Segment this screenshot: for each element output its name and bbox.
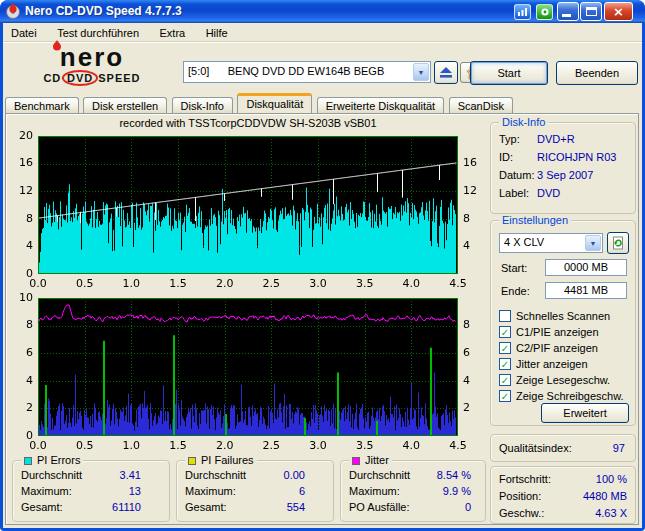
maximize-icon xyxy=(586,7,597,16)
menu-hilfe[interactable]: Hilfe xyxy=(198,24,236,41)
stat-label: Gesamt: xyxy=(21,501,63,513)
disk-info-label: Label: xyxy=(499,187,529,199)
tab-scandisk[interactable]: ScanDisk xyxy=(449,97,513,113)
pif-jitter-chart-canvas xyxy=(14,292,480,452)
checkbox-row-c2-pif[interactable]: ✓C2/PIF anzeigen xyxy=(499,338,598,352)
checkbox-label: Zeige Schreibgeschw. xyxy=(516,390,624,402)
stat-label: Maximum: xyxy=(349,485,400,497)
pi-failures-caption-text: PI Failures xyxy=(201,454,254,466)
tab-diskqualitaet[interactable]: Diskqualität xyxy=(237,93,312,113)
logo-subtitle: CD·DVD SPEED xyxy=(7,71,177,85)
stat-label: Durchschnitt xyxy=(349,469,410,481)
eject-icon xyxy=(439,66,453,79)
speed-value: 4.63 X xyxy=(595,507,627,519)
tab-erweiterte-diskqualitaet[interactable]: Erweiterte Diskqualität xyxy=(317,97,444,113)
titlebar-icon-green[interactable] xyxy=(536,4,553,20)
pi-failures-group: PI Failures Durchschnitt 0.00 Maximum: 6… xyxy=(176,460,334,522)
quality-index-value: 97 xyxy=(613,442,625,454)
settings-caption: Einstellungen xyxy=(499,214,571,226)
nero-wordmark: nero xyxy=(7,44,177,71)
eject-button[interactable] xyxy=(434,61,458,84)
advanced-button[interactable]: Erweitert xyxy=(541,403,629,423)
jitter-legend-icon xyxy=(352,457,360,465)
drive-select-value: [5:0] BENQ DVD DD EW164B BEGB xyxy=(188,65,411,77)
menu-test-durchfuehren[interactable]: Test durchführen xyxy=(49,24,147,41)
pi-errors-caption-text: PI Errors xyxy=(37,454,80,466)
app-window: Nero CD-DVD Speed 4.7.7.3 × Datei Test d… xyxy=(0,0,645,531)
stat-label: PO Ausfälle: xyxy=(349,501,410,513)
minimize-icon xyxy=(562,14,571,17)
stat-value: 9.9 % xyxy=(443,485,471,497)
dropdown-arrow-icon[interactable]: ▼ xyxy=(413,63,429,81)
stat-value: 0.00 xyxy=(284,469,305,481)
disk-type-value: DVD+R xyxy=(537,133,575,145)
checkbox-row-schreibgeschw[interactable]: ✓Zeige Schreibgeschw. xyxy=(499,386,624,400)
nero-flame-icon xyxy=(51,40,63,55)
stat-value: 6 xyxy=(299,485,305,497)
checkbox-icon[interactable]: ✓ xyxy=(499,390,511,402)
scan-speed-select[interactable]: 4 X CLV ▼ xyxy=(499,233,603,253)
logo-sub-dvd: DVD xyxy=(66,72,94,84)
settings-group: Einstellungen 4 X CLV ▼ Start: 0000 MB E… xyxy=(490,220,636,426)
quality-index-label: Qualitätsindex: xyxy=(499,442,572,454)
tab-bar: Benchmark Disk erstellen Disk-Info Diskq… xyxy=(5,93,513,113)
menu-datei[interactable]: Datei xyxy=(3,24,45,41)
checkbox-label: C1/PIE anzeigen xyxy=(516,326,599,338)
start-position-field[interactable]: 0000 MB xyxy=(545,259,627,276)
checkbox-icon[interactable]: ✓ xyxy=(499,374,511,386)
tab-benchmark[interactable]: Benchmark xyxy=(5,97,79,113)
disk-id-value: RICOHJPN R03 xyxy=(537,151,616,163)
scan-speed-value: 4 X CLV xyxy=(504,236,583,248)
disk-info-label: ID: xyxy=(499,151,513,163)
stat-value: 8.54 % xyxy=(437,469,471,481)
stat-value: 13 xyxy=(129,485,141,497)
stat-label: Maximum: xyxy=(185,485,236,497)
minimize-button[interactable] xyxy=(557,2,579,21)
stat-value: 61110 xyxy=(112,501,141,513)
checkbox-icon[interactable]: ✓ xyxy=(499,342,511,354)
end-position-field[interactable]: 4481 MB xyxy=(545,282,627,299)
pi-failures-caption: PI Failures xyxy=(185,454,257,466)
checkbox-icon[interactable] xyxy=(499,310,511,322)
stat-label: Durchschnitt xyxy=(21,469,82,481)
maximize-button[interactable] xyxy=(580,2,602,21)
refresh-button[interactable] xyxy=(607,232,629,254)
menubar: Datei Test durchführen Extra Hilfe xyxy=(3,23,642,42)
start-label: Start: xyxy=(501,262,527,274)
close-button[interactable]: × xyxy=(604,2,633,21)
checkbox-icon[interactable]: ✓ xyxy=(499,326,511,338)
stat-value: 554 xyxy=(287,501,305,513)
nero-logo: nero CD·DVD SPEED xyxy=(7,44,177,91)
disk-info-group: Disk-Info Typ: DVD+R ID: RICOHJPN R03 Da… xyxy=(490,122,636,214)
stat-label: Durchschnitt xyxy=(185,469,246,481)
titlebar[interactable]: Nero CD-DVD Speed 4.7.7.3 × xyxy=(0,0,645,23)
checkbox-icon[interactable]: ✓ xyxy=(499,358,511,370)
logo-sub-post: SPEED xyxy=(94,72,140,84)
disk-info-caption: Disk-Info xyxy=(499,116,548,128)
client-area: Datei Test durchführen Extra Hilfe nero … xyxy=(3,23,642,528)
checkbox-label: Jitter anzeigen xyxy=(516,358,588,370)
stat-value: 3.41 xyxy=(120,469,141,481)
checkbox-label: Schnelles Scannen xyxy=(516,310,610,322)
tab-disk-erstellen[interactable]: Disk erstellen xyxy=(83,97,167,113)
start-button[interactable]: Start xyxy=(470,61,548,85)
checkbox-row-jitter[interactable]: ✓Jitter anzeigen xyxy=(499,354,588,368)
refresh-icon xyxy=(611,236,625,250)
stat-label: Gesamt: xyxy=(185,501,227,513)
checkbox-row-c1-pie[interactable]: ✓C1/PIE anzeigen xyxy=(499,322,599,336)
checkbox-row-schnelles-scannen[interactable]: Schnelles Scannen xyxy=(499,306,610,320)
end-label: Ende: xyxy=(501,285,530,297)
quality-index-group: Qualitätsindex: 97 xyxy=(490,434,636,462)
titlebar-icon-blue-chart[interactable] xyxy=(514,4,531,20)
drive-select[interactable]: [5:0] BENQ DVD DD EW164B BEGB ▼ xyxy=(183,61,431,83)
disk-label-value: DVD xyxy=(537,187,560,199)
pi-errors-caption: PI Errors xyxy=(21,454,83,466)
quit-button[interactable]: Beenden xyxy=(556,61,638,85)
checkbox-label: Zeige Lesegeschw. xyxy=(516,374,610,386)
dropdown-arrow-icon[interactable]: ▼ xyxy=(585,235,601,251)
tab-disk-info[interactable]: Disk-Info xyxy=(172,97,233,113)
menu-extra[interactable]: Extra xyxy=(152,24,194,41)
checkbox-row-lesegeschw[interactable]: ✓Zeige Lesegeschw. xyxy=(499,370,610,384)
position-label: Position: xyxy=(499,490,541,502)
stat-value: 0 xyxy=(465,501,471,513)
